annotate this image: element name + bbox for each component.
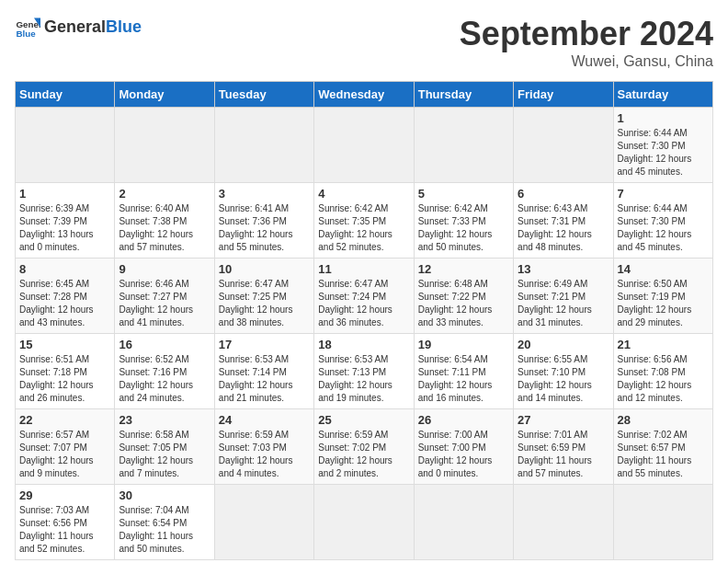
column-header-wednesday: Wednesday <box>314 82 414 108</box>
calendar-cell: 24 Sunrise: 6:59 AMSunset: 7:03 PMDaylig… <box>214 409 313 485</box>
calendar-cell: 1 Sunrise: 6:39 AMSunset: 7:39 PMDayligh… <box>16 183 115 259</box>
calendar-cell: 5 Sunrise: 6:42 AMSunset: 7:33 PMDayligh… <box>414 183 513 259</box>
day-info: Sunrise: 6:58 AMSunset: 7:05 PMDaylight:… <box>119 429 210 480</box>
day-info: Sunrise: 6:39 AMSunset: 7:39 PMDaylight:… <box>19 202 110 254</box>
calendar-cell: 12 Sunrise: 6:48 AMSunset: 7:22 PMDaylig… <box>414 259 513 334</box>
day-number: 22 <box>19 413 110 427</box>
svg-text:Blue: Blue <box>16 29 36 39</box>
day-number: 10 <box>219 262 310 276</box>
day-number: 15 <box>19 338 110 351</box>
day-info: Sunrise: 6:44 AMSunset: 7:30 PMDaylight:… <box>618 127 709 178</box>
calendar-cell: 15 Sunrise: 6:51 AMSunset: 7:18 PMDaylig… <box>16 334 115 409</box>
logo-general: General <box>44 18 106 37</box>
calendar-cell <box>414 108 513 183</box>
day-info: Sunrise: 6:53 AMSunset: 7:13 PMDaylight:… <box>318 353 409 405</box>
calendar-week-row: 8 Sunrise: 6:45 AMSunset: 7:28 PMDayligh… <box>16 259 713 334</box>
day-info: Sunrise: 6:47 AMSunset: 7:25 PMDaylight:… <box>219 278 310 329</box>
column-header-friday: Friday <box>514 82 613 108</box>
day-info: Sunrise: 7:02 AMSunset: 6:57 PMDaylight:… <box>618 429 709 480</box>
column-header-sunday: Sunday <box>16 82 115 108</box>
calendar-cell: 6 Sunrise: 6:43 AMSunset: 7:31 PMDayligh… <box>514 183 613 259</box>
calendar-cell <box>414 485 513 560</box>
day-info: Sunrise: 7:00 AMSunset: 7:00 PMDaylight:… <box>418 429 509 480</box>
calendar-cell: 20 Sunrise: 6:55 AMSunset: 7:10 PMDaylig… <box>514 334 613 409</box>
day-info: Sunrise: 6:47 AMSunset: 7:24 PMDaylight:… <box>318 278 409 329</box>
calendar-cell: 14 Sunrise: 6:50 AMSunset: 7:19 PMDaylig… <box>613 259 712 334</box>
day-number: 16 <box>119 338 210 351</box>
calendar-cell <box>115 108 214 183</box>
day-number: 26 <box>418 413 509 427</box>
day-number: 1 <box>19 187 110 201</box>
calendar-cell: 16 Sunrise: 6:52 AMSunset: 7:16 PMDaylig… <box>115 334 214 409</box>
day-info: Sunrise: 6:51 AMSunset: 7:18 PMDaylight:… <box>19 353 110 405</box>
calendar-cell <box>314 108 414 183</box>
title-block: September 2024 Wuwei, Gansu, China <box>460 15 713 70</box>
calendar-cell: 19 Sunrise: 6:54 AMSunset: 7:11 PMDaylig… <box>414 334 513 409</box>
location-subtitle: Wuwei, Gansu, China <box>460 53 713 70</box>
calendar-week-row: 29 Sunrise: 7:03 AMSunset: 6:56 PMDaylig… <box>16 485 713 560</box>
calendar-cell: 21 Sunrise: 6:56 AMSunset: 7:08 PMDaylig… <box>613 334 712 409</box>
calendar-cell: 17 Sunrise: 6:53 AMSunset: 7:14 PMDaylig… <box>214 334 313 409</box>
day-number: 30 <box>119 488 210 502</box>
day-info: Sunrise: 6:59 AMSunset: 7:02 PMDaylight:… <box>318 429 409 480</box>
month-year-title: September 2024 <box>460 15 713 53</box>
day-info: Sunrise: 6:52 AMSunset: 7:16 PMDaylight:… <box>119 353 210 405</box>
calendar-cell: 3 Sunrise: 6:41 AMSunset: 7:36 PMDayligh… <box>214 183 313 259</box>
day-info: Sunrise: 6:45 AMSunset: 7:28 PMDaylight:… <box>19 278 110 329</box>
day-number: 5 <box>418 187 509 201</box>
day-info: Sunrise: 6:43 AMSunset: 7:31 PMDaylight:… <box>518 202 609 254</box>
day-number: 11 <box>318 262 409 276</box>
logo-icon: General Blue <box>15 15 40 40</box>
calendar-cell: 4 Sunrise: 6:42 AMSunset: 7:35 PMDayligh… <box>314 183 414 259</box>
day-number: 20 <box>518 338 609 351</box>
day-info: Sunrise: 7:04 AMSunset: 6:54 PMDaylight:… <box>119 504 210 556</box>
calendar-week-row: 1 Sunrise: 6:39 AMSunset: 7:39 PMDayligh… <box>16 183 713 259</box>
day-number: 9 <box>119 262 210 276</box>
day-info: Sunrise: 6:41 AMSunset: 7:36 PMDaylight:… <box>219 202 310 254</box>
calendar-cell: 25 Sunrise: 6:59 AMSunset: 7:02 PMDaylig… <box>314 409 414 485</box>
calendar-table: SundayMondayTuesdayWednesdayThursdayFrid… <box>15 81 713 560</box>
day-number: 18 <box>318 338 409 351</box>
day-info: Sunrise: 6:48 AMSunset: 7:22 PMDaylight:… <box>418 278 509 329</box>
day-number: 7 <box>618 187 709 201</box>
calendar-week-row: 1 Sunrise: 6:44 AMSunset: 7:30 PMDayligh… <box>16 108 713 183</box>
day-info: Sunrise: 6:42 AMSunset: 7:33 PMDaylight:… <box>418 202 509 254</box>
day-number: 3 <box>219 187 310 201</box>
day-number: 17 <box>219 338 310 351</box>
day-number: 28 <box>618 413 709 427</box>
day-number: 2 <box>119 187 210 201</box>
calendar-cell <box>214 108 313 183</box>
day-number: 8 <box>19 262 110 276</box>
calendar-cell: 22 Sunrise: 6:57 AMSunset: 7:07 PMDaylig… <box>16 409 115 485</box>
calendar-cell <box>214 485 313 560</box>
day-number: 1 <box>618 111 709 125</box>
calendar-week-row: 15 Sunrise: 6:51 AMSunset: 7:18 PMDaylig… <box>16 334 713 409</box>
day-number: 12 <box>418 262 509 276</box>
calendar-cell: 29 Sunrise: 7:03 AMSunset: 6:56 PMDaylig… <box>16 485 115 560</box>
calendar-week-row: 22 Sunrise: 6:57 AMSunset: 7:07 PMDaylig… <box>16 409 713 485</box>
calendar-cell: 28 Sunrise: 7:02 AMSunset: 6:57 PMDaylig… <box>613 409 712 485</box>
calendar-cell: 27 Sunrise: 7:01 AMSunset: 6:59 PMDaylig… <box>514 409 613 485</box>
calendar-cell: 2 Sunrise: 6:40 AMSunset: 7:38 PMDayligh… <box>115 183 214 259</box>
day-info: Sunrise: 6:46 AMSunset: 7:27 PMDaylight:… <box>119 278 210 329</box>
day-info: Sunrise: 6:40 AMSunset: 7:38 PMDaylight:… <box>119 202 210 254</box>
day-number: 14 <box>618 262 709 276</box>
day-info: Sunrise: 6:54 AMSunset: 7:11 PMDaylight:… <box>418 353 509 405</box>
calendar-cell <box>613 485 712 560</box>
page-header: General Blue General Blue September 2024… <box>15 15 713 70</box>
column-header-saturday: Saturday <box>613 82 712 108</box>
calendar-cell: 18 Sunrise: 6:53 AMSunset: 7:13 PMDaylig… <box>314 334 414 409</box>
day-info: Sunrise: 6:44 AMSunset: 7:30 PMDaylight:… <box>618 202 709 254</box>
day-number: 27 <box>518 413 609 427</box>
day-info: Sunrise: 6:55 AMSunset: 7:10 PMDaylight:… <box>518 353 609 405</box>
day-info: Sunrise: 6:59 AMSunset: 7:03 PMDaylight:… <box>219 429 310 480</box>
day-number: 21 <box>618 338 709 351</box>
calendar-cell: 30 Sunrise: 7:04 AMSunset: 6:54 PMDaylig… <box>115 485 214 560</box>
day-info: Sunrise: 6:56 AMSunset: 7:08 PMDaylight:… <box>618 353 709 405</box>
day-number: 24 <box>219 413 310 427</box>
calendar-cell: 26 Sunrise: 7:00 AMSunset: 7:00 PMDaylig… <box>414 409 513 485</box>
calendar-cell: 23 Sunrise: 6:58 AMSunset: 7:05 PMDaylig… <box>115 409 214 485</box>
column-header-tuesday: Tuesday <box>214 82 313 108</box>
calendar-cell: 1 Sunrise: 6:44 AMSunset: 7:30 PMDayligh… <box>613 108 712 183</box>
day-number: 4 <box>318 187 409 201</box>
